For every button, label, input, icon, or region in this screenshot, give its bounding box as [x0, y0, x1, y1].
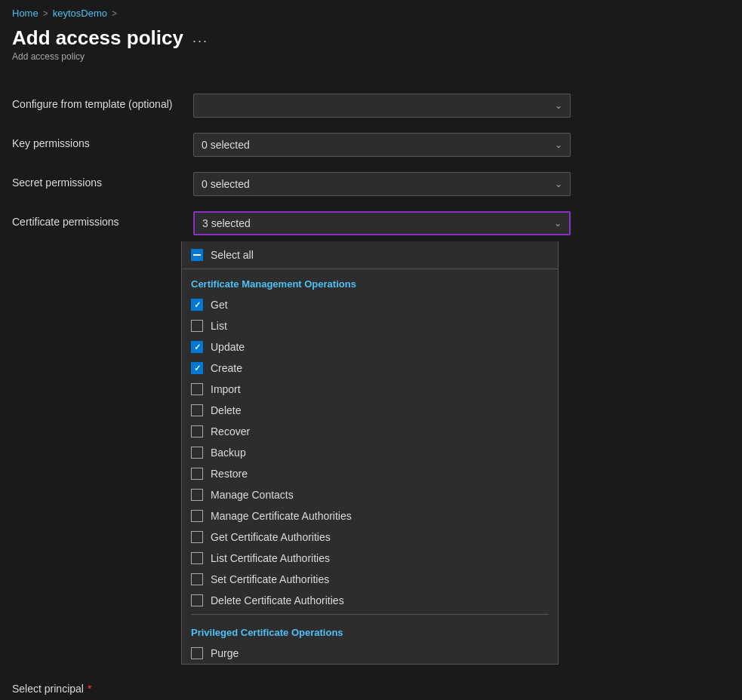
- checkbox-set-cert-auth-label: Set Certificate Authorities: [211, 573, 329, 585]
- checkbox-get-cert-auth[interactable]: [191, 531, 203, 543]
- checkbox-delete[interactable]: [191, 404, 203, 416]
- checkbox-set-cert-auth-row[interactable]: Set Certificate Authorities: [182, 569, 558, 590]
- checkbox-restore[interactable]: [191, 468, 203, 480]
- checkbox-recover-row[interactable]: Recover: [182, 421, 558, 442]
- select-all-label: Select all: [211, 249, 254, 261]
- breadcrumb-demo[interactable]: keytosDemo: [53, 8, 107, 19]
- checkbox-import[interactable]: [191, 383, 203, 395]
- checkbox-create-label: Create: [211, 362, 242, 374]
- checkbox-get-label: Get: [211, 299, 228, 311]
- cert-permissions-arrow-icon: ⌄: [554, 218, 562, 229]
- key-permissions-dropdown[interactable]: 0 selected ⌄: [193, 133, 571, 157]
- checkbox-update-label: Update: [211, 341, 245, 353]
- checkbox-delete-cert-auth[interactable]: [191, 594, 203, 606]
- checkbox-recover[interactable]: [191, 425, 203, 438]
- page-subtitle: Add access policy: [0, 50, 742, 74]
- breadcrumb-sep1: >: [43, 8, 48, 19]
- checkbox-manage-cert-auth-label: Manage Certificate Authorities: [211, 510, 352, 522]
- checkbox-create[interactable]: [191, 362, 203, 374]
- checkbox-delete-cert-auth-row[interactable]: Delete Certificate Authorities: [182, 590, 558, 611]
- section-divider: [191, 614, 549, 615]
- checkbox-manage-contacts[interactable]: [191, 489, 203, 501]
- select-all-checkbox[interactable]: [191, 249, 203, 261]
- required-star: *: [88, 683, 91, 695]
- checkbox-delete-cert-auth-label: Delete Certificate Authorities: [211, 594, 344, 606]
- ellipsis-button[interactable]: ...: [192, 30, 208, 46]
- checkbox-list-label: List: [211, 320, 227, 332]
- page-title: Add access policy: [12, 26, 183, 50]
- privileged-cert-section-header: Privileged Certificate Operations: [182, 618, 558, 643]
- cert-dropdown-wrapper: 3 selected ⌄: [193, 211, 571, 235]
- key-permissions-arrow-icon: ⌄: [555, 140, 562, 150]
- configure-template-dropdown[interactable]: ⌄: [193, 94, 571, 118]
- key-permissions-value: 0 selected: [202, 139, 250, 151]
- checkbox-import-row[interactable]: Import: [182, 379, 558, 400]
- checkbox-set-cert-auth[interactable]: [191, 573, 203, 585]
- secret-permissions-label: Secret permissions: [12, 172, 193, 189]
- configure-template-label: Configure from template (optional): [12, 94, 193, 110]
- checkbox-restore-label: Restore: [211, 468, 248, 480]
- secret-permissions-arrow-icon: ⌄: [555, 179, 562, 189]
- page-header: Add access policy ...: [0, 23, 742, 50]
- checkbox-backup[interactable]: [191, 447, 203, 459]
- checkbox-get-cert-auth-row[interactable]: Get Certificate Authorities: [182, 527, 558, 548]
- select-principal-label: Select principal *: [12, 678, 193, 695]
- checkbox-delete-row[interactable]: Delete: [182, 400, 558, 421]
- checkbox-update-row[interactable]: Update: [182, 336, 558, 358]
- checkbox-get-row[interactable]: Get: [182, 294, 558, 315]
- cert-permissions-value: 3 selected: [202, 217, 251, 229]
- checkbox-import-label: Import: [211, 383, 241, 395]
- secret-permissions-dropdown[interactable]: 0 selected ⌄: [193, 172, 571, 196]
- cert-permissions-label: Certificate permissions: [12, 211, 193, 228]
- checkbox-list-cert-auth-row[interactable]: List Certificate Authorities: [182, 548, 558, 569]
- key-permissions-row: Key permissions 0 selected ⌄: [0, 125, 742, 164]
- checkbox-manage-cert-auth-row[interactable]: Manage Certificate Authorities: [182, 505, 558, 527]
- checkbox-get-cert-auth-label: Get Certificate Authorities: [211, 531, 331, 543]
- checkbox-purge-row[interactable]: Purge: [182, 643, 558, 664]
- secret-permissions-value: 0 selected: [202, 178, 250, 190]
- checkbox-manage-cert-auth[interactable]: [191, 510, 203, 522]
- breadcrumb-sep2: >: [112, 8, 117, 19]
- select-principal-row: Select principal *: [0, 671, 742, 700]
- checkbox-list-row[interactable]: List: [182, 315, 558, 336]
- checkbox-purge[interactable]: [191, 647, 203, 659]
- form-content: Configure from template (optional) ⌄ Key…: [0, 74, 742, 700]
- cert-permissions-panel: Select all Certificate Management Operat…: [181, 241, 559, 665]
- checkbox-list[interactable]: [191, 320, 203, 332]
- checkbox-get[interactable]: [191, 299, 203, 311]
- configure-template-arrow-icon: ⌄: [555, 100, 562, 111]
- checkbox-backup-label: Backup: [211, 447, 246, 459]
- checkbox-backup-row[interactable]: Backup: [182, 442, 558, 463]
- breadcrumb-home[interactable]: Home: [12, 8, 38, 19]
- checkbox-create-row[interactable]: Create: [182, 358, 558, 379]
- select-all-row[interactable]: Select all: [182, 241, 558, 269]
- checkbox-purge-label: Purge: [211, 647, 239, 659]
- configure-template-row: Configure from template (optional) ⌄: [0, 86, 742, 125]
- checkbox-recover-label: Recover: [211, 425, 250, 438]
- checkbox-manage-contacts-row[interactable]: Manage Contacts: [182, 484, 558, 505]
- cert-permissions-row: Certificate permissions 3 selected ⌄: [0, 204, 742, 243]
- key-permissions-label: Key permissions: [12, 133, 193, 149]
- checkbox-list-cert-auth-label: List Certificate Authorities: [211, 552, 330, 564]
- breadcrumb: Home > keytosDemo >: [0, 0, 742, 23]
- checkbox-delete-label: Delete: [211, 404, 241, 416]
- secret-permissions-row: Secret permissions 0 selected ⌄: [0, 164, 742, 204]
- checkbox-list-cert-auth[interactable]: [191, 552, 203, 564]
- checkbox-update[interactable]: [191, 341, 203, 353]
- checkbox-manage-contacts-label: Manage Contacts: [211, 489, 294, 501]
- cert-permissions-dropdown[interactable]: 3 selected ⌄: [193, 211, 571, 235]
- cert-management-section-header: Certificate Management Operations: [182, 269, 558, 294]
- checkbox-restore-row[interactable]: Restore: [182, 463, 558, 484]
